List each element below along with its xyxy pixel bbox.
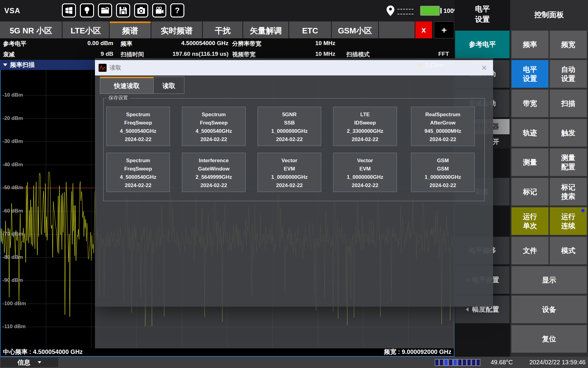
saved-setting-card-6[interactable]: SpectrumFreqSweep4_5000540GHz2024-02-22 xyxy=(106,153,170,192)
dialog-title: 读取 xyxy=(110,64,121,72)
datetime-readout: 2024/02/22 13:59:46 xyxy=(529,357,586,368)
setting-label: 扫描时间 xyxy=(121,51,144,59)
close-icon[interactable]: × xyxy=(479,63,489,72)
modal-backdrop xyxy=(95,307,454,348)
sweep-header-label: 频率扫描 xyxy=(10,61,35,69)
tab-8[interactable]: GSM小区 xyxy=(332,21,378,38)
ctrl-button-文件[interactable]: 文件 xyxy=(511,237,548,264)
saved-setting-card-1[interactable]: SpectrumFreqSweep4_5000540GHz2024-02-22 xyxy=(106,107,170,146)
chevron-down-icon xyxy=(3,63,7,66)
progress-segment xyxy=(476,359,480,366)
dialog-tabs: 快速读取读取 xyxy=(100,77,184,94)
add-tab-button[interactable]: + xyxy=(434,21,454,38)
vsa-app-window: VSA ? 100% 5G NR 小区LTE小区频谱实时频谱干扰矢量解调ETCG… xyxy=(0,0,588,368)
help-icon[interactable]: ? xyxy=(170,3,184,17)
close-tab-button[interactable]: x xyxy=(415,21,432,38)
folder-restore-icon[interactable] xyxy=(98,3,112,17)
setting-2-4: 扫描模式FFT xyxy=(346,51,449,59)
setting-2-2: 扫描时间197.60 ns(116.19 us) xyxy=(121,51,228,59)
ctrl-button-频宽[interactable]: 频宽 xyxy=(550,31,587,58)
progress-segment xyxy=(444,359,448,366)
setting-value: 0.00 dBm xyxy=(88,40,113,48)
setting-value: 9 dB xyxy=(101,51,113,59)
ctrl-button-显示[interactable]: 显示 xyxy=(511,266,587,294)
tab-3[interactable]: 频谱 xyxy=(110,21,151,38)
saved-setting-card-7[interactable]: InterferenceGateWindow2_5649999GHz2024-0… xyxy=(182,153,246,192)
softkey-0[interactable]: 参考电平 xyxy=(455,31,510,58)
saved-setting-card-8[interactable]: VectorEVM1_0000000GHz2024-02-22 xyxy=(258,153,321,192)
setting-value: 197.60 ns(116.19 us) xyxy=(172,51,228,59)
ctrl-button-测量配置[interactable]: 测量配置 xyxy=(550,148,587,176)
ctrl-button-触发[interactable]: 触发 xyxy=(550,119,587,147)
saved-setting-card-5[interactable]: RealSpectrumAfterGrow945_00000MHz2024-02… xyxy=(411,107,475,146)
tab-6[interactable]: 矢量解调 xyxy=(243,21,288,38)
bottom-status-bar: 信息 49.68°C 2024/02/22 13:59:46 xyxy=(0,357,588,368)
ctrl-button-频率[interactable]: 频率 xyxy=(511,31,548,58)
level-panel-header: 电平 设置 xyxy=(454,0,510,25)
setting-2-3: 视频带宽10 MHz xyxy=(232,51,335,59)
settings-row-1: 参考电平0.00 dBm频率4.500054000 GHz分辨率带宽10 MHz xyxy=(3,38,454,49)
bulb-icon[interactable] xyxy=(80,3,94,17)
battery-nub xyxy=(440,8,442,13)
progress-segment xyxy=(449,359,453,366)
screenshot-icon[interactable] xyxy=(134,3,148,17)
saved-setting-card-3[interactable]: 5GNRSSB1_0000000GHz2024-02-22 xyxy=(258,107,321,146)
y-axis-label: -90 dBm xyxy=(2,277,23,283)
setting-2-1: 衰减9 dB xyxy=(3,51,113,59)
ctrl-button-带宽[interactable]: 带宽 xyxy=(511,90,548,117)
setting-value: FFT xyxy=(438,51,449,59)
progress-segment xyxy=(439,359,443,366)
dialog-tab-2[interactable]: 读取 xyxy=(153,77,184,94)
tab-7[interactable]: ETC xyxy=(289,21,331,38)
saved-setting-card-9[interactable]: VectorEVM1_0000000GHz2024-02-22 xyxy=(333,153,397,192)
ctrl-button-运行单次[interactable]: 运行单次 xyxy=(511,207,548,235)
tab-spacer xyxy=(379,21,415,38)
arrow-left-icon xyxy=(466,307,469,312)
tab-4[interactable]: 实时频谱 xyxy=(151,21,202,38)
saved-settings-legend: 保存设置 xyxy=(106,95,130,101)
saved-setting-card-10[interactable]: GSMGSM1_0000000GHz2024-02-22 xyxy=(411,153,475,192)
read-dialog: 读取 × 快速读取读取 保存设置 SpectrumFreqSweep4_5000… xyxy=(95,60,493,307)
chart-status-line: 中心频率 : 4.500054000 GHz 频宽 : 9.000092000 … xyxy=(1,348,454,356)
setting-value: 4.500054000 GHz xyxy=(181,40,228,48)
saved-setting-card-2[interactable]: SpectrumFreqSweep4_5000540GHz2024-02-22 xyxy=(182,107,246,146)
ctrl-button-标记[interactable]: 标记 xyxy=(511,178,548,205)
ctrl-button-轨迹[interactable]: 轨迹 xyxy=(511,119,548,147)
gps-value-dashes xyxy=(398,14,413,14)
span-readout: 频宽 : 9.000092000 GHz xyxy=(384,348,451,356)
toolbar: ? xyxy=(62,3,184,17)
ctrl-button-标记搜索[interactable]: 标记搜索 xyxy=(550,178,587,205)
y-axis-label: -50 dBm xyxy=(2,185,23,191)
ctrl-button-电平设置[interactable]: 电平设置 xyxy=(511,60,548,88)
tab-1[interactable]: 5G NR 小区 xyxy=(0,21,62,38)
saved-setting-card-4[interactable]: LTEIDSweep2_3300000GHz2024-02-22 xyxy=(333,107,397,146)
ctrl-button-模式[interactable]: 模式 xyxy=(550,237,587,264)
info-dropdown[interactable]: 信息 xyxy=(1,358,58,367)
control-panel: 控制面板 频率频宽电平设置自动设置带宽扫描轨迹触发测量测量配置标记标记搜索运行单… xyxy=(510,0,588,357)
ctrl-button-设备[interactable]: 设备 xyxy=(511,296,587,323)
ctrl-button-复位[interactable]: 复位 xyxy=(511,325,587,353)
trace-legend: 1 Clrw xyxy=(419,62,443,69)
setting-label: 频率 xyxy=(121,40,132,48)
setting-label: 扫描模式 xyxy=(346,51,370,59)
setting-label: 参考电平 xyxy=(3,40,26,48)
battery-icon xyxy=(420,6,440,16)
y-axis-label: -10 dBm xyxy=(2,92,23,98)
dialog-tab-1[interactable]: 快速读取 xyxy=(100,77,153,94)
setting-1-2: 频率4.500054000 GHz xyxy=(121,40,228,48)
screen-record-icon[interactable] xyxy=(152,3,166,17)
ctrl-button-扫描[interactable]: 扫描 xyxy=(550,90,587,117)
ctrl-button-测量[interactable]: 测量 xyxy=(511,148,548,176)
save-icon[interactable] xyxy=(116,3,130,17)
ctrl-button-运行连续[interactable]: 运行连续 xyxy=(550,207,587,235)
y-axis-label: -100 dBm xyxy=(2,301,26,307)
top-bar: VSA ? 100% xyxy=(0,0,454,21)
setting-1-1: 参考电平0.00 dBm xyxy=(3,40,113,48)
chevron-down-icon xyxy=(38,361,41,363)
svg-text:?: ? xyxy=(175,6,179,15)
windows-icon[interactable] xyxy=(62,3,76,17)
tab-2[interactable]: LTE小区 xyxy=(62,21,109,38)
tab-5[interactable]: 干扰 xyxy=(203,21,243,38)
ctrl-button-自动设置[interactable]: 自动设置 xyxy=(550,60,587,88)
y-axis-label: -80 dBm xyxy=(2,254,23,260)
